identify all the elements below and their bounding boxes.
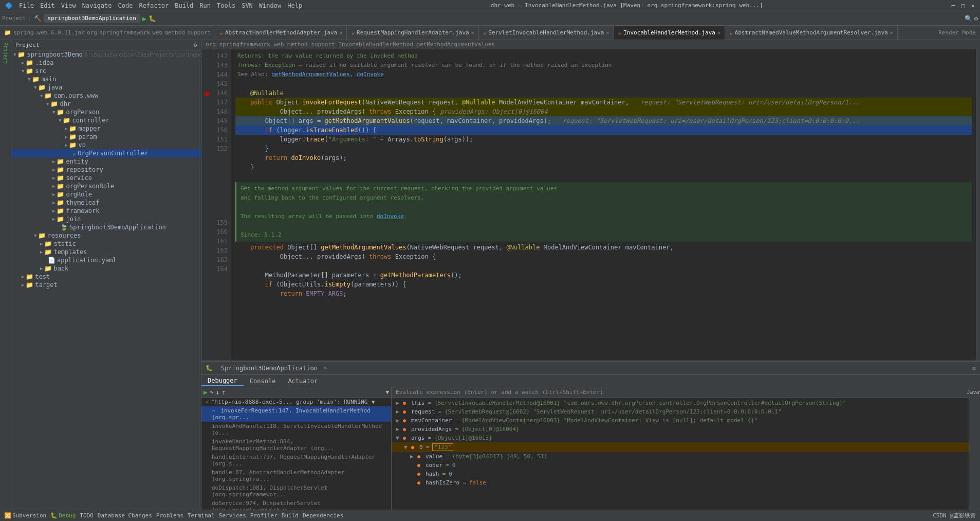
tree-item-springboot3-app[interactable]: 🍃 Springboot3DemoApplication <box>11 223 201 231</box>
filter-icon[interactable]: ▼ <box>385 389 389 396</box>
tree-item-static[interactable]: ▶ 📁 static <box>11 240 201 248</box>
tree-item-orgpersoncontroller[interactable]: ☕ OrgPersonController <box>11 149 201 157</box>
tree-item-framework[interactable]: ▶ 📁 framework <box>11 207 201 215</box>
status-db-changes[interactable]: Database Changes <box>98 512 152 519</box>
menu-view[interactable]: View <box>58 2 79 9</box>
var-providedargs[interactable]: ▶ ● providedArgs = {Object[0]@16004} <box>392 425 969 434</box>
step-over-btn[interactable]: ↷ <box>210 388 214 396</box>
tab-close-btn[interactable]: ✕ <box>717 30 720 35</box>
tree-item-test[interactable]: ▶ 📁 test <box>11 273 201 281</box>
var-hashiszero[interactable]: ▶ ● hashIsZero = false <box>392 478 969 487</box>
tree-item-orgrole[interactable]: ▶ 📁 orgRole <box>11 190 201 199</box>
thread-frame-2[interactable]: invokeAndHandle:118, ServletInvocableHan… <box>201 422 391 437</box>
thread-frame-6[interactable]: doDispatch:1081, DispatcherServlet (org.… <box>201 483 391 499</box>
tree-item-join[interactable]: ▶ 📁 join <box>11 215 201 223</box>
tab-abstract-handler[interactable]: ☕ AbstractHandlerMethodAdapter.java ✕ <box>215 26 347 40</box>
tree-item-controller[interactable]: ▼ 📁 controller <box>11 116 201 124</box>
gear-icon[interactable]: ⚙ <box>193 42 197 48</box>
project-icon-btn[interactable]: Project <box>3 42 8 64</box>
var-hash[interactable]: ▶ ● hash = 0 <box>392 470 969 478</box>
run-btn[interactable]: ▶ <box>142 14 146 23</box>
thread-item-running[interactable]: ✓ "http-nio-8888-exec-5... group 'main':… <box>201 398 391 406</box>
search-everywhere-btn[interactable]: 🔍 <box>965 15 972 22</box>
debug-btn[interactable]: 🐛 <box>149 15 156 22</box>
tree-item-com-ours[interactable]: ▼ 📁 com.ours.www <box>11 92 201 100</box>
tree-item-repository[interactable]: ▶ 📁 repository <box>11 166 201 174</box>
thread-frame-1[interactable]: → invokeForRequest:147, InvocableHandler… <box>201 406 391 422</box>
menu-help[interactable]: Help <box>284 2 305 9</box>
menu-window[interactable]: Window <box>256 2 284 9</box>
tree-item-orgperson[interactable]: ▼ 📁 orgPerson <box>11 108 201 116</box>
code-editor[interactable]: ● 142 143 144 145 146 147 148 149 <box>201 49 980 361</box>
menu-edit[interactable]: Edit <box>37 2 58 9</box>
step-out-btn[interactable]: ↑ <box>221 388 226 396</box>
status-terminal[interactable]: Terminal <box>188 512 215 519</box>
tab-servlet-invocable[interactable]: ☕ ServletInvocableHandlerMethod.java ✕ <box>479 26 614 40</box>
tree-item-resources[interactable]: ▼ 📁 resources <box>11 231 201 240</box>
resume-btn[interactable]: ▶ <box>204 388 208 396</box>
step-into-btn[interactable]: ↓ <box>216 388 220 396</box>
tab-request-mapping[interactable]: ☕ RequestMappingHandlerAdapter.java ✕ <box>347 26 478 40</box>
tree-item-main[interactable]: ▼ 📁 main <box>11 75 201 83</box>
eval-bar[interactable]: Evaluate expression (Enter) or add a wat… <box>392 387 969 398</box>
tree-item-service[interactable]: ▶ 📁 service <box>11 174 201 182</box>
tab-actuator[interactable]: Actuator <box>282 376 324 386</box>
menu-code[interactable]: Code <box>115 2 136 9</box>
var-value-field[interactable]: ▶ ● value = {byte[3]@16017} [49, 50, 51] <box>392 452 969 461</box>
var-this[interactable]: ▶ ● this = {ServletInvocableHandlerMetho… <box>392 399 969 407</box>
var-mavcontainer[interactable]: ▶ ● mavContainer = {ModelAndViewContaine… <box>392 416 969 425</box>
tab-abstract-named[interactable]: ☕ AbstractNamedValueMethodArgumentResolv… <box>725 26 898 40</box>
tree-item-target[interactable]: ▶ 📁 target <box>11 281 201 289</box>
var-request[interactable]: ▶ ● request = {ServletWebRequest@16002} … <box>392 407 969 416</box>
tree-item-back[interactable]: ▶ 📁 back <box>11 264 201 273</box>
tree-item-idea[interactable]: ▶ 📁 .idea <box>11 59 201 67</box>
var-args-0[interactable]: ▼ ● 0 = "123" <box>392 442 969 452</box>
status-dependencies[interactable]: Dependencies <box>303 512 343 519</box>
thread-frame-3[interactable]: invokeHandlerMethod:884, RequestMappingH… <box>201 437 391 453</box>
tree-item-application-yaml[interactable]: 📄 application.yaml <box>11 256 201 264</box>
debug-close-btn[interactable]: ✕ <box>322 365 329 371</box>
menu-svn[interactable]: SVN <box>238 2 256 9</box>
settings-btn[interactable]: ⚙ <box>974 15 978 22</box>
status-subversion[interactable]: 🔀 Subversion <box>4 512 46 519</box>
status-todo[interactable]: TODO <box>80 512 94 519</box>
status-services[interactable]: Services <box>219 512 246 519</box>
tree-item-orgpersonrole[interactable]: ▶ 📁 orgPersonRole <box>11 182 201 190</box>
tree-item-mapper[interactable]: ▶ 📁 mapper <box>11 124 201 133</box>
status-profiler[interactable]: Profiler <box>250 512 278 519</box>
code-content[interactable]: Returns: the raw value returned by the i… <box>231 49 976 361</box>
var-coder[interactable]: ▶ ● coder = 0 <box>392 461 969 470</box>
tab-invocable-handler[interactable]: ☕ InvocableHandlerMethod.java ✕ <box>614 26 725 40</box>
menu-file[interactable]: File <box>16 2 37 9</box>
tree-item-thymeleaf[interactable]: ▶ 📁 thymeleaf <box>11 199 201 207</box>
breakpoint[interactable]: ● <box>201 88 213 98</box>
thread-frame-7[interactable]: doService:974, DispatcherServlet (org.sp… <box>201 499 391 510</box>
toolbar-run-config[interactable]: springboot3DemoApplication <box>44 14 140 23</box>
tree-item-param[interactable]: ▶ 📁 param <box>11 133 201 141</box>
tree-item-templates[interactable]: ▶ 📁 templates <box>11 248 201 256</box>
tab-console[interactable]: Console <box>244 376 282 386</box>
minimize-btn[interactable]: ─ <box>948 2 958 9</box>
toolbar-build[interactable]: 🔨 <box>34 15 42 22</box>
menu-run[interactable]: Run <box>196 2 214 9</box>
close-btn[interactable]: ✕ <box>968 2 978 9</box>
tree-item-src[interactable]: ▼ 📁 src <box>11 67 201 75</box>
java-lang-icon[interactable]: Java▼ <box>967 389 980 395</box>
status-build[interactable]: Build <box>282 512 299 519</box>
status-problems[interactable]: Problems <box>156 512 183 519</box>
thread-frame-5[interactable]: handle:87, AbstractHandlerMethodAdapter … <box>201 468 391 483</box>
tab-debugger[interactable]: Debugger <box>201 376 244 386</box>
tree-item-vo[interactable]: ▶ 📁 vo <box>11 141 201 149</box>
tree-item-java[interactable]: ▼ 📁 java <box>11 83 201 92</box>
menu-build[interactable]: Build <box>172 2 196 9</box>
maximize-btn[interactable]: □ <box>958 2 968 9</box>
debug-settings-btn[interactable]: ⚙ <box>968 365 980 372</box>
menu-refactor[interactable]: Refactor <box>136 2 172 9</box>
thread-frame-4[interactable]: handleInternal:797, RequestMappingHandle… <box>201 453 391 468</box>
status-debug[interactable]: 🐛 Debug <box>50 512 76 519</box>
tab-close-btn[interactable]: ✕ <box>606 30 609 35</box>
menu-navigate[interactable]: Navigate <box>79 2 115 9</box>
tab-close-btn[interactable]: ✕ <box>890 30 893 35</box>
reader-mode-btn[interactable]: Reader Mode <box>934 29 980 36</box>
tab-close-btn[interactable]: ✕ <box>471 30 474 35</box>
